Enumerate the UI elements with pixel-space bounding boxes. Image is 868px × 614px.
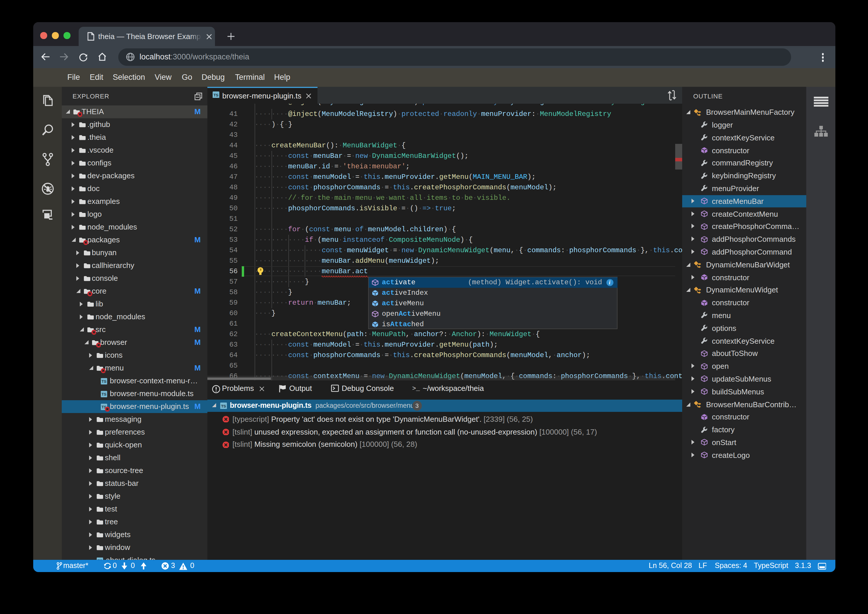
svg-text:TS: TS [102, 392, 107, 396]
svg-text:TS: TS [214, 93, 219, 97]
svg-text:TS: TS [102, 379, 107, 383]
svg-text:TS: TS [221, 404, 226, 408]
